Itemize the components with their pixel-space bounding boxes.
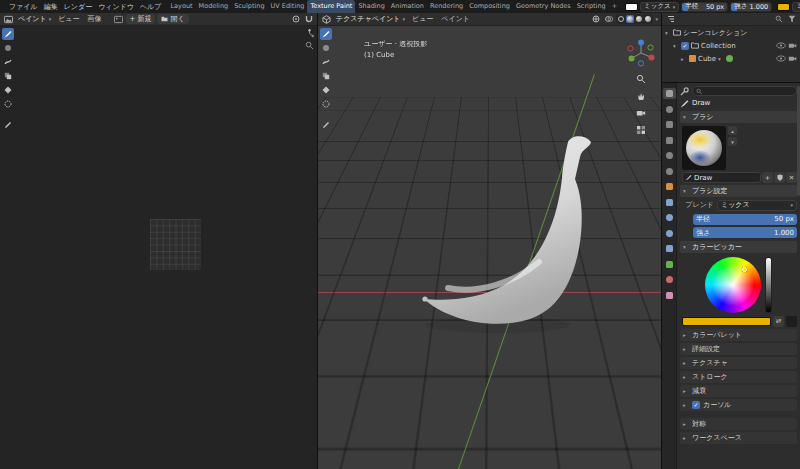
workspace-tab-texture-paint[interactable]: Texture Paint	[307, 0, 355, 13]
outliner-row-collection[interactable]: ▾ ✓ Collection	[662, 39, 800, 52]
render-visibility-icon[interactable]	[788, 42, 797, 49]
outliner-row-cube[interactable]: ▸ Cube ▾	[662, 52, 800, 65]
advanced-panel-header[interactable]: ▸ 詳細設定	[680, 343, 797, 355]
shading-solid-icon[interactable]	[626, 15, 634, 23]
blend-mode-dropdown-2d[interactable]: ミックス▾	[640, 2, 679, 12]
smear-tool[interactable]	[320, 56, 332, 68]
workspace-tab-compositing[interactable]: Compositing	[466, 0, 513, 13]
brush-prev-icon[interactable]: ▴	[728, 126, 737, 135]
tab-render[interactable]	[663, 104, 676, 115]
fill-tool[interactable]	[2, 84, 14, 96]
chevron-down-icon[interactable]: ▾	[665, 30, 671, 36]
draw-brush-tool[interactable]	[2, 28, 14, 40]
tab-object-data[interactable]	[663, 259, 676, 270]
zoom-icon[interactable]	[635, 73, 647, 85]
fake-user-shield-icon[interactable]	[774, 172, 785, 183]
swap-colors-icon[interactable]: ⇄	[773, 316, 784, 327]
tab-active-tool[interactable]	[663, 88, 676, 99]
mask-tool[interactable]	[320, 98, 332, 110]
search-icon[interactable]	[773, 14, 784, 25]
open-image-button[interactable]: 開く	[157, 14, 188, 24]
cursor-checkbox[interactable]: ✓	[692, 401, 700, 409]
workspace-tab-sculpting[interactable]: Sculpting	[231, 0, 267, 13]
texture-image[interactable]	[150, 219, 201, 270]
menu-edit[interactable]: 編集	[41, 2, 61, 12]
color-palette-panel-header[interactable]: ▸ カラーパレット	[680, 329, 797, 341]
banana-object[interactable]	[318, 26, 661, 469]
gizmo-axes-icon[interactable]	[305, 29, 314, 38]
hide-eye-icon[interactable]	[776, 55, 786, 62]
menu-render[interactable]: レンダー	[61, 2, 96, 12]
unlink-brush-icon[interactable]: ✕	[786, 172, 797, 183]
stroke-panel-header[interactable]: ▸ ストローク	[680, 371, 797, 383]
viewport-canvas[interactable]: ユーザー・透視投影 (1) Cube	[318, 26, 661, 469]
brush-next-icon[interactable]: ▾	[728, 137, 737, 146]
new-brush-button[interactable]: +	[762, 172, 773, 183]
radius-slider[interactable]: 半径50 px	[693, 214, 797, 225]
soften-tool[interactable]	[320, 42, 332, 54]
value-slider[interactable]	[765, 257, 772, 313]
new-image-button[interactable]: +新規	[126, 14, 156, 24]
outliner-editor-type-icon[interactable]	[665, 14, 676, 25]
workspace-panel-header[interactable]: ▸ ワークスペース	[680, 432, 797, 444]
strength-slider[interactable]: 強さ1.000	[693, 227, 797, 238]
add-workspace-button[interactable]: +	[609, 0, 620, 13]
outliner-row-scene-collection[interactable]: ▾ シーンコレクション	[662, 26, 800, 39]
shading-rendered-icon[interactable]	[644, 15, 652, 23]
brush-panel-header[interactable]: ▾ ブラシ	[680, 111, 797, 123]
tab-texture[interactable]	[663, 290, 676, 301]
render-visibility-icon[interactable]	[788, 55, 797, 62]
workspace-tab-modeling[interactable]: Modeling	[196, 0, 232, 13]
blend-dropdown[interactable]: ミックス▾	[717, 200, 797, 211]
soften-tool[interactable]	[2, 42, 14, 54]
menu-file[interactable]: ファイル	[6, 2, 41, 12]
viewport-menu-paint[interactable]: ペイント	[438, 14, 473, 24]
mask-tool[interactable]	[2, 98, 14, 110]
brush-name-field[interactable]: Draw	[682, 172, 761, 183]
snap-magnet-icon[interactable]	[303, 14, 314, 25]
brush-preview-image[interactable]	[682, 126, 726, 170]
menu-help[interactable]: ヘルプ	[137, 2, 165, 12]
shading-material-icon[interactable]	[635, 15, 643, 23]
strength-slider-2d[interactable]: 強さ1.000	[730, 2, 772, 12]
clone-tool[interactable]	[2, 70, 14, 82]
cursor-panel-header[interactable]: ▸ ✓ カーソル	[680, 399, 797, 411]
search-input[interactable]	[704, 87, 793, 95]
brush-color-swatch-2d[interactable]	[625, 3, 638, 11]
chevron-right-icon[interactable]: ▸	[681, 56, 687, 62]
falloff-panel-header[interactable]: ▸ 減衰	[680, 385, 797, 397]
viewport-editor-type-icon[interactable]	[321, 14, 332, 25]
navigation-gizmo[interactable]	[626, 38, 656, 68]
collection-checkbox[interactable]: ✓	[681, 42, 689, 50]
smear-tool[interactable]	[2, 56, 14, 68]
overlays-toggle-icon[interactable]	[603, 14, 614, 25]
tab-view-layer[interactable]	[663, 135, 676, 146]
clone-tool[interactable]	[320, 70, 332, 82]
viewport-menu-view[interactable]: ビュー	[409, 14, 436, 24]
color-wheel-cursor[interactable]	[742, 267, 747, 272]
tab-scene[interactable]	[663, 150, 676, 161]
brush-color-swatch-3d[interactable]	[777, 3, 790, 11]
chevron-down-icon[interactable]: ▾	[673, 43, 679, 49]
symmetry-panel-header[interactable]: ▸ 対称	[680, 418, 797, 430]
tab-output[interactable]	[663, 119, 676, 130]
menu-window[interactable]: ウィンドウ	[95, 2, 137, 12]
workspace-tab-geometry-nodes[interactable]: Geometry Nodes	[513, 0, 574, 13]
tab-world[interactable]	[663, 166, 676, 177]
filter-funnel-icon[interactable]	[786, 14, 797, 25]
pan-hand-icon[interactable]	[635, 90, 647, 102]
image-menu-view[interactable]: ビュー	[55, 14, 82, 24]
draw-brush-tool[interactable]	[320, 28, 332, 40]
image-datablock-icon[interactable]	[113, 14, 124, 25]
texture-panel-header[interactable]: ▸ テクスチャ	[680, 357, 797, 369]
annotate-tool[interactable]	[2, 119, 14, 131]
tab-material[interactable]	[663, 274, 676, 285]
workspace-tab-animation[interactable]: Animation	[388, 0, 427, 13]
color-picker-panel-header[interactable]: ▾ カラーピッカー	[680, 241, 797, 253]
blend-mode-dropdown-3d[interactable]: ミックス▾	[792, 2, 800, 12]
transform-gizmo-icon[interactable]	[590, 14, 601, 25]
workspace-tab-scripting[interactable]: Scripting	[574, 0, 609, 13]
fill-tool[interactable]	[320, 84, 332, 96]
tab-particles[interactable]	[663, 212, 676, 223]
tab-object[interactable]	[663, 181, 676, 192]
